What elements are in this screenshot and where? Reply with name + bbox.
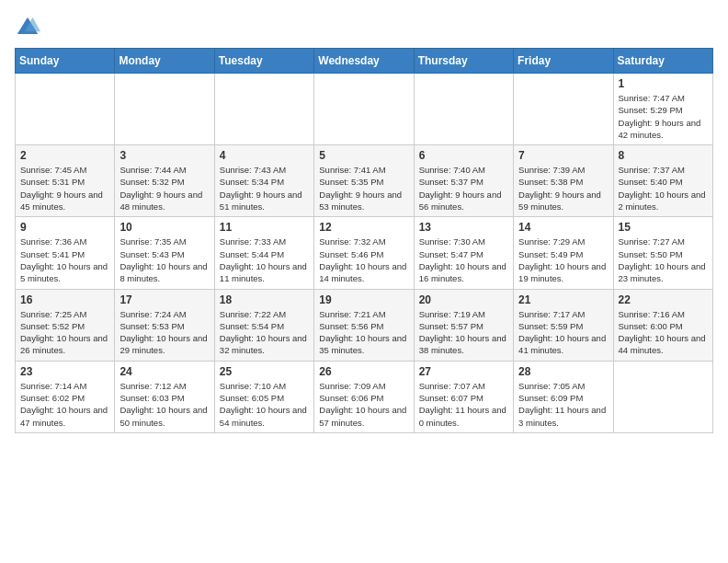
weekday-header-sunday: Sunday <box>16 49 115 74</box>
day-number: 17 <box>119 293 209 306</box>
calendar-cell: 27Sunrise: 7:07 AM Sunset: 6:07 PM Dayli… <box>414 361 513 432</box>
day-number: 19 <box>319 293 408 306</box>
day-number: 2 <box>20 149 109 162</box>
day-info: Sunrise: 7:25 AM Sunset: 5:52 PM Dayligh… <box>20 308 109 357</box>
day-info: Sunrise: 7:05 AM Sunset: 6:09 PM Dayligh… <box>518 380 608 429</box>
day-info: Sunrise: 7:39 AM Sunset: 5:38 PM Dayligh… <box>518 164 608 213</box>
calendar-cell <box>16 74 115 145</box>
day-info: Sunrise: 7:14 AM Sunset: 6:02 PM Dayligh… <box>20 380 109 429</box>
day-info: Sunrise: 7:44 AM Sunset: 5:32 PM Dayligh… <box>119 164 209 213</box>
day-info: Sunrise: 7:16 AM Sunset: 6:00 PM Dayligh… <box>619 308 708 357</box>
day-info: Sunrise: 7:43 AM Sunset: 5:34 PM Dayligh… <box>220 164 309 213</box>
calendar-cell <box>613 361 712 432</box>
day-number: 21 <box>518 293 608 306</box>
day-number: 15 <box>619 221 708 234</box>
day-number: 3 <box>119 149 209 162</box>
day-number: 14 <box>518 221 608 234</box>
day-number: 8 <box>619 149 708 162</box>
calendar-cell: 20Sunrise: 7:19 AM Sunset: 5:57 PM Dayli… <box>414 289 513 361</box>
day-number: 16 <box>20 293 109 306</box>
calendar-cell: 3Sunrise: 7:44 AM Sunset: 5:32 PM Daylig… <box>115 145 214 217</box>
day-number: 12 <box>319 221 408 234</box>
calendar-cell: 10Sunrise: 7:35 AM Sunset: 5:43 PM Dayli… <box>115 217 214 289</box>
calendar-cell: 9Sunrise: 7:36 AM Sunset: 5:41 PM Daylig… <box>16 217 115 289</box>
calendar-cell: 8Sunrise: 7:37 AM Sunset: 5:40 PM Daylig… <box>613 145 712 217</box>
day-info: Sunrise: 7:19 AM Sunset: 5:57 PM Dayligh… <box>419 308 508 357</box>
logo-icon <box>15 15 40 40</box>
calendar-cell: 19Sunrise: 7:21 AM Sunset: 5:56 PM Dayli… <box>314 289 414 361</box>
logo <box>15 15 44 40</box>
page-header <box>15 15 713 40</box>
calendar-cell: 16Sunrise: 7:25 AM Sunset: 5:52 PM Dayli… <box>16 289 115 361</box>
day-number: 22 <box>619 293 708 306</box>
day-number: 9 <box>20 221 109 234</box>
day-info: Sunrise: 7:10 AM Sunset: 6:05 PM Dayligh… <box>220 380 309 429</box>
day-number: 24 <box>119 365 209 378</box>
weekday-header-thursday: Thursday <box>414 49 513 74</box>
calendar-cell: 21Sunrise: 7:17 AM Sunset: 5:59 PM Dayli… <box>514 289 613 361</box>
day-number: 4 <box>220 149 309 162</box>
day-info: Sunrise: 7:24 AM Sunset: 5:53 PM Dayligh… <box>119 308 209 357</box>
calendar-cell: 11Sunrise: 7:33 AM Sunset: 5:44 PM Dayli… <box>214 217 313 289</box>
calendar-cell: 12Sunrise: 7:32 AM Sunset: 5:46 PM Dayli… <box>314 217 414 289</box>
calendar-cell: 5Sunrise: 7:41 AM Sunset: 5:35 PM Daylig… <box>314 145 414 217</box>
week-row-2: 2Sunrise: 7:45 AM Sunset: 5:31 PM Daylig… <box>16 145 713 217</box>
day-number: 25 <box>220 365 309 378</box>
weekday-header-friday: Friday <box>514 49 613 74</box>
day-number: 13 <box>419 221 508 234</box>
day-info: Sunrise: 7:45 AM Sunset: 5:31 PM Dayligh… <box>20 164 109 213</box>
day-info: Sunrise: 7:09 AM Sunset: 6:06 PM Dayligh… <box>319 380 408 429</box>
day-info: Sunrise: 7:33 AM Sunset: 5:44 PM Dayligh… <box>220 236 309 284</box>
day-info: Sunrise: 7:29 AM Sunset: 5:49 PM Dayligh… <box>518 236 608 284</box>
weekday-header-monday: Monday <box>115 49 214 74</box>
day-info: Sunrise: 7:35 AM Sunset: 5:43 PM Dayligh… <box>119 236 209 284</box>
calendar-cell: 17Sunrise: 7:24 AM Sunset: 5:53 PM Dayli… <box>115 289 214 361</box>
day-number: 18 <box>220 293 309 306</box>
week-row-1: 1Sunrise: 7:47 AM Sunset: 5:29 PM Daylig… <box>16 74 713 145</box>
weekday-header-row: SundayMondayTuesdayWednesdayThursdayFrid… <box>16 49 713 74</box>
calendar-table: SundayMondayTuesdayWednesdayThursdayFrid… <box>15 48 713 433</box>
weekday-header-tuesday: Tuesday <box>214 49 313 74</box>
weekday-header-saturday: Saturday <box>613 49 712 74</box>
calendar-cell: 6Sunrise: 7:40 AM Sunset: 5:37 PM Daylig… <box>414 145 513 217</box>
week-row-3: 9Sunrise: 7:36 AM Sunset: 5:41 PM Daylig… <box>16 217 713 289</box>
day-number: 26 <box>319 365 408 378</box>
day-info: Sunrise: 7:41 AM Sunset: 5:35 PM Dayligh… <box>319 164 408 213</box>
calendar-cell <box>414 74 513 145</box>
calendar-cell: 7Sunrise: 7:39 AM Sunset: 5:38 PM Daylig… <box>514 145 613 217</box>
calendar-cell: 25Sunrise: 7:10 AM Sunset: 6:05 PM Dayli… <box>214 361 313 432</box>
week-row-4: 16Sunrise: 7:25 AM Sunset: 5:52 PM Dayli… <box>16 289 713 361</box>
day-number: 28 <box>518 365 608 378</box>
day-info: Sunrise: 7:21 AM Sunset: 5:56 PM Dayligh… <box>319 308 408 357</box>
day-info: Sunrise: 7:22 AM Sunset: 5:54 PM Dayligh… <box>220 308 309 357</box>
calendar-cell: 18Sunrise: 7:22 AM Sunset: 5:54 PM Dayli… <box>214 289 313 361</box>
week-row-5: 23Sunrise: 7:14 AM Sunset: 6:02 PM Dayli… <box>16 361 713 432</box>
day-number: 7 <box>518 149 608 162</box>
calendar-cell: 22Sunrise: 7:16 AM Sunset: 6:00 PM Dayli… <box>613 289 712 361</box>
calendar-cell: 4Sunrise: 7:43 AM Sunset: 5:34 PM Daylig… <box>214 145 313 217</box>
day-info: Sunrise: 7:27 AM Sunset: 5:50 PM Dayligh… <box>619 236 708 284</box>
day-number: 10 <box>119 221 209 234</box>
day-info: Sunrise: 7:32 AM Sunset: 5:46 PM Dayligh… <box>319 236 408 284</box>
calendar-cell: 13Sunrise: 7:30 AM Sunset: 5:47 PM Dayli… <box>414 217 513 289</box>
day-number: 5 <box>319 149 408 162</box>
calendar-cell: 2Sunrise: 7:45 AM Sunset: 5:31 PM Daylig… <box>16 145 115 217</box>
calendar-cell: 23Sunrise: 7:14 AM Sunset: 6:02 PM Dayli… <box>16 361 115 432</box>
calendar-cell: 1Sunrise: 7:47 AM Sunset: 5:29 PM Daylig… <box>613 74 712 145</box>
weekday-header-wednesday: Wednesday <box>314 49 414 74</box>
day-number: 1 <box>619 77 708 90</box>
calendar-cell <box>514 74 613 145</box>
day-number: 23 <box>20 365 109 378</box>
calendar-cell: 24Sunrise: 7:12 AM Sunset: 6:03 PM Dayli… <box>115 361 214 432</box>
day-info: Sunrise: 7:30 AM Sunset: 5:47 PM Dayligh… <box>419 236 508 284</box>
calendar-cell: 28Sunrise: 7:05 AM Sunset: 6:09 PM Dayli… <box>514 361 613 432</box>
day-info: Sunrise: 7:40 AM Sunset: 5:37 PM Dayligh… <box>419 164 508 213</box>
day-info: Sunrise: 7:47 AM Sunset: 5:29 PM Dayligh… <box>619 92 708 141</box>
calendar-cell: 26Sunrise: 7:09 AM Sunset: 6:06 PM Dayli… <box>314 361 414 432</box>
day-info: Sunrise: 7:17 AM Sunset: 5:59 PM Dayligh… <box>518 308 608 357</box>
day-info: Sunrise: 7:07 AM Sunset: 6:07 PM Dayligh… <box>419 380 508 429</box>
calendar-cell <box>314 74 414 145</box>
day-number: 27 <box>419 365 508 378</box>
day-info: Sunrise: 7:37 AM Sunset: 5:40 PM Dayligh… <box>619 164 708 213</box>
day-number: 20 <box>419 293 508 306</box>
